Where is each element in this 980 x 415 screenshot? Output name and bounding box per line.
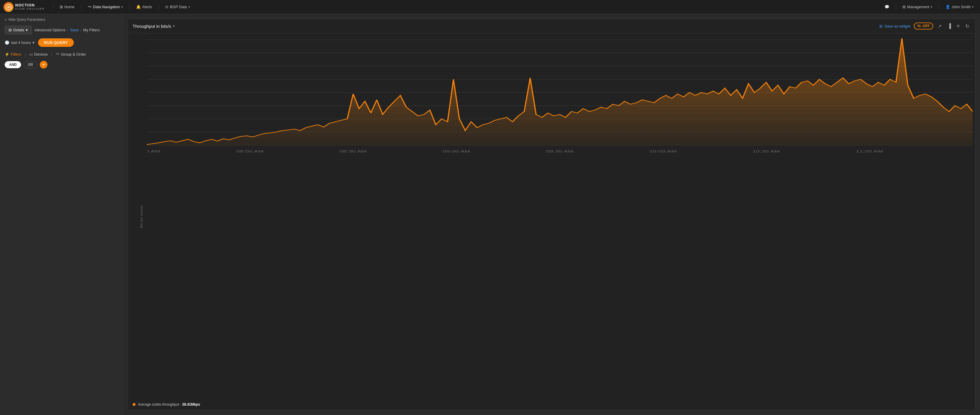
nav-divider-4 (158, 3, 159, 11)
svg-text:08:00 AM: 08:00 AM (236, 149, 264, 153)
y-axis-label: Bits per second (140, 206, 143, 228)
time-row: 🕐 last 4 hours ▾ RUN QUERY (5, 38, 118, 47)
widget-icon: ⊞ (879, 24, 883, 29)
management-icon: ⊞ (902, 5, 906, 9)
time-range-button[interactable]: 🕐 last 4 hours ▾ (5, 40, 35, 45)
nav-alerts[interactable]: 🔔 Alerts (133, 3, 155, 10)
bell-icon: 🔔 (136, 5, 141, 9)
nav-divider-2 (81, 3, 81, 11)
legend-text: Average octets throughput - 38.41Mbps (138, 402, 200, 407)
chart-footer: Average octets throughput - 38.41Mbps (128, 400, 975, 410)
chart-header: Throughput in bits/s ▾ ⊞ Save as widget … (128, 19, 975, 33)
sidebar: « Hide Query Parameters ⊞ Octets ▾ Advan… (0, 14, 123, 415)
chevron-down-icon-user: ▾ (972, 5, 974, 8)
chart-svg-area: 0 25M 50M 75M 100M 125M 150M 175M 225M 0… (146, 37, 973, 398)
nav-data-navigation[interactable]: 〜 Data Navigation ▾ (85, 3, 126, 11)
logo-icon (3, 2, 13, 12)
hide-query-params[interactable]: « Hide Query Parameters (5, 17, 118, 22)
filter-icon: ⚡ (5, 52, 10, 56)
nav-user[interactable]: 👤 John Smith ▾ (943, 3, 977, 10)
chevron-down-icon-bgp: ▾ (189, 5, 190, 8)
chart-actions: ⊞ Save as widget %: OFF ↗ ▐ ≡ ↻ (879, 22, 970, 30)
legend-dot (133, 403, 135, 406)
svg-text:10:00 AM: 10:00 AM (649, 149, 677, 153)
my-filters-link[interactable]: My Filters (83, 28, 100, 32)
chart-body: Bits per second (128, 33, 975, 400)
run-query-button[interactable]: RUN QUERY (38, 38, 74, 47)
add-filter-button[interactable]: + (40, 61, 48, 68)
nav-divider-1 (53, 3, 53, 11)
main-layout: « Hide Query Parameters ⊞ Octets ▾ Advan… (0, 14, 980, 415)
logo: NOCTION FLOW ANALYZER (3, 2, 45, 12)
clock-icon: 🕐 (5, 40, 10, 45)
octets-button[interactable]: ⊞ Octets ▾ (5, 26, 32, 34)
chart-container: Throughput in bits/s ▾ ⊞ Save as widget … (127, 19, 975, 410)
filters-tab[interactable]: ⚡ Filters (5, 52, 21, 56)
devices-tab[interactable]: ▭ Devices (29, 52, 48, 56)
percentage-toggle[interactable]: %: OFF (914, 22, 934, 30)
svg-text:09:30 AM: 09:30 AM (546, 149, 573, 153)
query-links: Advanced Options | Save | My Filters (35, 28, 100, 32)
external-link-icon[interactable]: ↗ (937, 23, 943, 30)
brand-name: NOCTION (15, 3, 45, 7)
chevron-down-icon-mgmt: ▾ (931, 5, 932, 8)
chevron-down-icon-chart: ▾ (173, 24, 175, 28)
logic-row: AND OR + (5, 61, 118, 68)
svg-text:09:00 AM: 09:00 AM (442, 149, 470, 153)
devices-icon: ▭ (29, 52, 33, 56)
svg-text:08:30 AM: 08:30 AM (340, 149, 367, 153)
topnav-right: 💬 ⊞ Management ▾ 👤 John Smith ▾ (881, 3, 977, 11)
save-as-widget-button[interactable]: ⊞ Save as widget (879, 24, 910, 29)
grid-icon: ⊞ (8, 28, 12, 32)
bar-chart-icon[interactable]: ▐ (947, 23, 952, 29)
save-link[interactable]: Save (70, 28, 79, 32)
and-button[interactable]: AND (5, 61, 21, 68)
chat-icon: 💬 (885, 5, 889, 9)
top-navigation: NOCTION FLOW ANALYZER ⊞ Home 〜 Data Navi… (0, 0, 980, 14)
nav-divider-5 (896, 3, 896, 11)
chart-icon: 〜 (88, 5, 92, 10)
chart-area: Throughput in bits/s ▾ ⊞ Save as widget … (123, 14, 980, 415)
group-order-tab[interactable]: 〜 Group & Order (56, 51, 86, 57)
refresh-icon[interactable]: ↻ (964, 23, 970, 30)
throughput-chart: 0 25M 50M 75M 100M 125M 150M 175M 225M 0… (146, 37, 973, 160)
bgp-icon: ⊙ (165, 5, 168, 9)
menu-icon[interactable]: ≡ (956, 23, 961, 29)
query-bar: ⊞ Octets ▾ Advanced Options | Save | My … (5, 26, 118, 34)
svg-text:11:00 AM: 11:00 AM (856, 149, 883, 153)
chart-title[interactable]: Throughput in bits/s ▾ (133, 24, 175, 29)
advanced-options-link[interactable]: Advanced Options (35, 28, 65, 32)
chart-line-icon: 〜 (56, 51, 59, 57)
brand-sub: FLOW ANALYZER (15, 8, 45, 11)
or-button[interactable]: OR (24, 61, 37, 68)
nav-bgp-data[interactable]: ⊙ BGP Data ▾ (162, 3, 192, 10)
chevron-down-icon: ▾ (121, 5, 123, 8)
nav-divider-3 (129, 3, 130, 11)
nav-chat[interactable]: 💬 (881, 3, 892, 10)
svg-text:10:30 AM: 10:30 AM (752, 149, 780, 153)
chevron-down-icon-octets: ▾ (26, 28, 28, 32)
svg-text:07:30 AM: 07:30 AM (146, 149, 161, 153)
nav-management[interactable]: ⊞ Management ▾ (899, 3, 935, 10)
filter-tabs: ⚡ Filters | ▭ Devices | 〜 Group & Order (5, 51, 118, 57)
home-icon: ⊞ (60, 5, 63, 9)
chevron-left-icon: « (5, 17, 7, 22)
user-icon: 👤 (945, 5, 950, 9)
chevron-down-icon-time: ▾ (32, 40, 35, 45)
nav-home[interactable]: ⊞ Home (57, 3, 78, 10)
